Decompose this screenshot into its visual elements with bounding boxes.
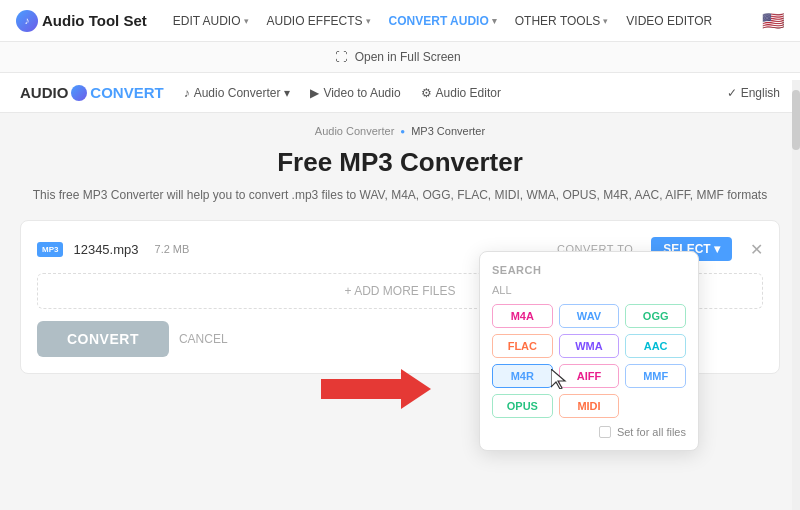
- inner-logo-icon: [71, 85, 87, 101]
- top-nav: ♪ Audio Tool Set EDIT AUDIO▾ AUDIO EFFEC…: [0, 0, 800, 42]
- inner-logo-convert: CONVERT: [90, 84, 163, 101]
- breadcrumb-separator: ●: [400, 127, 405, 136]
- nav-convert-audio[interactable]: CONVERT AUDIO▾: [389, 14, 497, 28]
- all-label: ALL: [492, 284, 686, 296]
- page-description: This free MP3 Converter will help you to…: [20, 186, 780, 204]
- file-name: 12345.mp3: [73, 242, 138, 257]
- format-grid: M4A WAV OGG FLAC WMA AAC M4R AIFF MMF OP…: [492, 304, 686, 418]
- set-for-all-label: Set for all files: [617, 426, 686, 438]
- main-content: Audio Converter ● MP3 Converter Free MP3…: [0, 113, 800, 386]
- nav-audio-effects[interactable]: AUDIO EFFECTS▾: [267, 14, 371, 28]
- fullscreen-bar[interactable]: ⛶ Open in Full Screen: [0, 42, 800, 73]
- format-m4a[interactable]: M4A: [492, 304, 553, 328]
- remove-file-button[interactable]: ✕: [750, 240, 763, 259]
- convert-button[interactable]: CONVERT: [37, 321, 169, 357]
- inner-nav: AUDIO CONVERT ♪ Audio Converter ▾ ▶ Vide…: [0, 73, 800, 113]
- inner-nav-audio-converter[interactable]: ♪ Audio Converter ▾: [184, 86, 291, 100]
- inner-logo-audio: AUDIO: [20, 84, 68, 101]
- page-title: Free MP3 Converter: [20, 147, 780, 178]
- breadcrumb: Audio Converter ● MP3 Converter: [20, 125, 780, 137]
- breadcrumb-parent[interactable]: Audio Converter: [315, 125, 395, 137]
- language-flag: 🇺🇸: [762, 10, 784, 32]
- logo: ♪ Audio Tool Set: [16, 10, 147, 32]
- scrollbar-track: [792, 80, 800, 510]
- inner-logo: AUDIO CONVERT: [20, 84, 164, 101]
- format-mmf[interactable]: MMF: [625, 364, 686, 388]
- search-label: SEARCH: [492, 264, 686, 276]
- video-icon: ▶: [310, 86, 319, 100]
- logo-text: Audio Tool Set: [42, 12, 147, 29]
- inner-nav-audio-editor[interactable]: ⚙ Audio Editor: [421, 86, 501, 100]
- set-for-all-row: Set for all files: [492, 426, 686, 438]
- format-opus[interactable]: OPUS: [492, 394, 553, 418]
- breadcrumb-current: MP3 Converter: [411, 125, 485, 137]
- file-size: 7.2 MB: [155, 243, 190, 255]
- format-dropdown-panel: SEARCH ALL M4A WAV OGG FLAC WMA AAC M4R …: [479, 251, 699, 451]
- format-ogg[interactable]: OGG: [625, 304, 686, 328]
- format-midi[interactable]: MIDI: [559, 394, 620, 418]
- svg-marker-0: [321, 369, 431, 409]
- nav-other-tools[interactable]: OTHER TOOLS▾: [515, 14, 609, 28]
- file-format-badge: MP3: [37, 242, 63, 257]
- format-aac[interactable]: AAC: [625, 334, 686, 358]
- logo-icon: ♪: [16, 10, 38, 32]
- format-wma[interactable]: WMA: [559, 334, 620, 358]
- settings-icon: ⚙: [421, 86, 432, 100]
- format-m4r[interactable]: M4R: [492, 364, 553, 388]
- fullscreen-icon: ⛶: [335, 50, 347, 64]
- format-aiff[interactable]: AIFF: [559, 364, 620, 388]
- chevron-down-icon: ▾: [284, 86, 290, 100]
- language-selector[interactable]: ✓ English: [727, 86, 780, 100]
- format-flac[interactable]: FLAC: [492, 334, 553, 358]
- fullscreen-label: Open in Full Screen: [355, 50, 461, 64]
- converter-card: MP3 12345.mp3 7.2 MB CONVERT TO SELECT ▾…: [20, 220, 780, 374]
- inner-nav-video-to-audio[interactable]: ▶ Video to Audio: [310, 86, 400, 100]
- music-icon: ♪: [184, 86, 190, 100]
- scrollbar-thumb[interactable]: [792, 90, 800, 150]
- cancel-link[interactable]: CANCEL: [179, 332, 228, 346]
- nav-edit-audio[interactable]: EDIT AUDIO▾: [173, 14, 249, 28]
- nav-video-editor[interactable]: VIDEO EDITOR: [626, 14, 712, 28]
- highlight-arrow: [321, 369, 431, 413]
- format-wav[interactable]: WAV: [559, 304, 620, 328]
- set-for-all-checkbox[interactable]: [599, 426, 611, 438]
